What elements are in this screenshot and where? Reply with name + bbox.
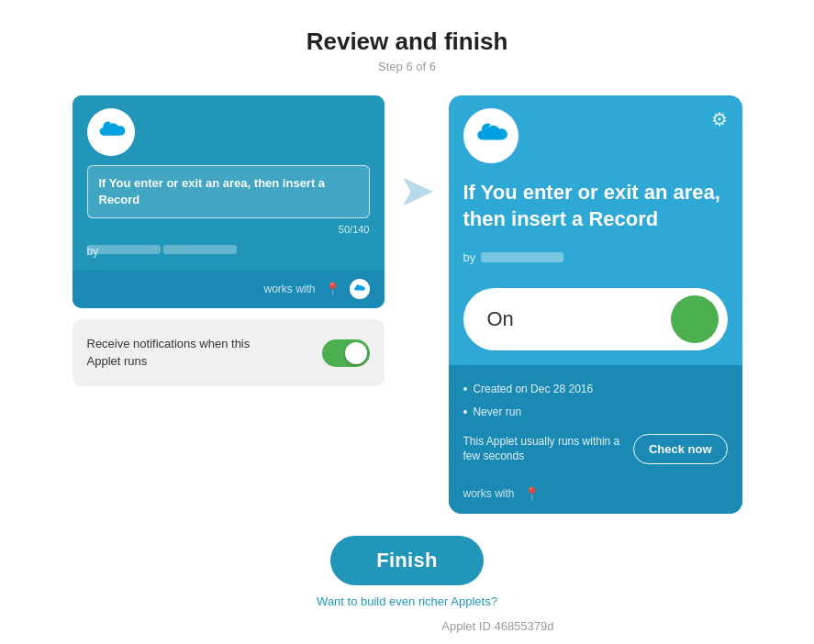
applet-card-bottom: works with 📍 [72, 270, 385, 308]
phone-title: If You enter or exit an area, then inser… [449, 171, 742, 250]
applet-description-text: If You enter or exit an area, then inser… [99, 175, 358, 208]
never-run-info: Never run [463, 401, 728, 424]
notifications-toggle[interactable] [322, 339, 370, 367]
page-container: Review and finish Step 6 of 6 If You ent… [0, 0, 814, 644]
applet-card: If You enter or exit an area, then inser… [72, 95, 385, 308]
phone-works-with-label: works with [463, 487, 515, 500]
phone-author-label: by [463, 250, 476, 264]
check-now-button[interactable]: Check now [633, 434, 728, 464]
phone-author: by [449, 250, 742, 279]
applet-card-top: If You enter or exit an area, then inser… [72, 95, 385, 270]
salesforce-icon-small [350, 279, 370, 299]
applet-description-box: If You enter or exit an area, then inser… [87, 165, 370, 218]
applet-id: Applet ID 46855379d [441, 619, 553, 633]
main-content: If You enter or exit an area, then inser… [18, 95, 796, 514]
notifications-text: Receive notifications when this Applet r… [87, 336, 271, 369]
phone-header: ⚙ [449, 95, 742, 171]
arrow-container: ➤ [385, 95, 449, 213]
big-toggle[interactable]: On [463, 288, 728, 350]
salesforce-logo-large [463, 108, 519, 163]
phone-author-name [481, 252, 563, 262]
salesforce-logo-small [87, 108, 135, 156]
gear-icon[interactable]: ⚙ [711, 108, 728, 130]
char-count: 50/140 [87, 224, 370, 235]
phone-preview: ⚙ If You enter or exit an area, then ins… [449, 95, 742, 514]
applet-author: by [87, 242, 370, 255]
arrow-right-icon: ➤ [398, 169, 435, 213]
big-toggle-label: On [473, 307, 514, 331]
info-runs-text: This Applet usually runs within a few se… [463, 434, 624, 465]
phone-bottom: works with 📍 [449, 477, 742, 514]
info-runs-row: This Applet usually runs within a few se… [463, 434, 728, 465]
left-panel: If You enter or exit an area, then inser… [72, 95, 385, 386]
bottom-section: Finish Want to build even richer Applets… [261, 536, 554, 634]
created-info: Created on Dec 28 2016 [463, 378, 728, 401]
richer-applets-link[interactable]: Want to build even richer Applets? [317, 594, 497, 608]
phone-location-icon: 📍 [524, 486, 540, 501]
info-section: Created on Dec 28 2016 Never run This Ap… [449, 365, 742, 477]
big-toggle-circle [671, 295, 719, 343]
location-icon: 📍 [325, 282, 340, 296]
notifications-card: Receive notifications when this Applet r… [72, 319, 385, 385]
page-title: Review and finish [307, 28, 508, 56]
works-with-label: works with [263, 283, 315, 295]
step-label: Step 6 of 6 [378, 60, 436, 73]
toggle-section: On [449, 279, 742, 365]
finish-button[interactable]: Finish [330, 536, 484, 585]
